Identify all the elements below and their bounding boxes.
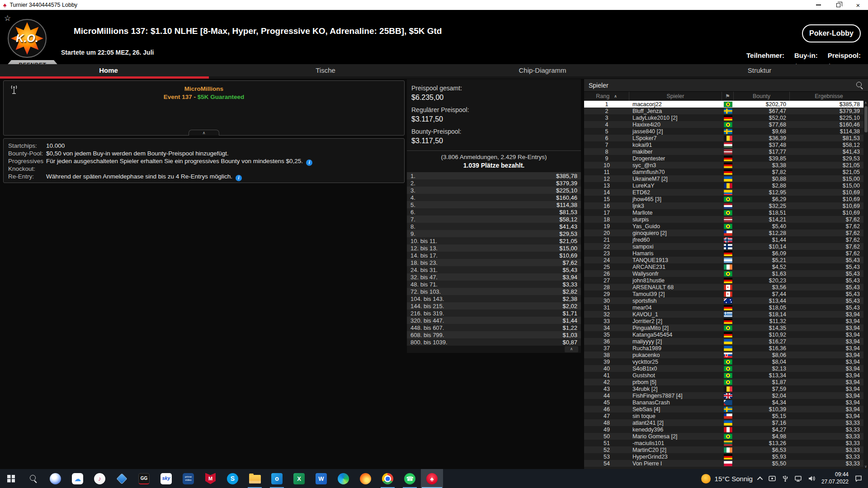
player-row[interactable]: 32KAVOU_1$18,14$3,94 (584, 311, 863, 318)
player-row[interactable]: 4334rubk [2]$7,59$3,94 (584, 385, 863, 392)
player-row[interactable]: 25ARCANE231$4,52$5,43 (584, 263, 863, 270)
player-row[interactable]: 10syc_@n3$3,38$21,05 (584, 162, 863, 169)
player-row[interactable]: 35Katanga545454$10,92$3,94 (584, 331, 863, 338)
network-icon[interactable] (794, 475, 802, 482)
close-button[interactable]: × (848, 0, 868, 10)
column-header-rank[interactable]: Rang ∧ (584, 92, 629, 101)
column-header-flag[interactable]: ⚑ (722, 92, 734, 101)
search-icon[interactable] (856, 81, 863, 89)
player-row[interactable]: 54Von Pierre I$5,50$3,33 (584, 460, 863, 467)
taskbar-chrome-icon[interactable] (377, 469, 399, 488)
taskbar-itunes-icon[interactable]: ♪ (89, 469, 111, 488)
player-row[interactable]: 20ginoquiero [2]$12,28$7,62 (584, 230, 863, 236)
teams-icon[interactable] (769, 475, 776, 482)
player-row[interactable]: 37Rucha1989$16,36$3,94 (584, 345, 863, 352)
scrollbar-thumb[interactable] (864, 106, 868, 132)
player-row[interactable]: 45BananasCrash$4,34$3,94 (584, 399, 863, 406)
player-row[interactable]: 13LureKaY$2,88$15,00 (584, 182, 863, 189)
taskbar-mcafee-icon[interactable]: M (199, 469, 222, 488)
taskbar-start-icon[interactable] (0, 469, 22, 488)
notification-center-icon[interactable] (854, 475, 863, 482)
payout-collapse-button[interactable]: ∧ (565, 346, 578, 352)
player-row[interactable]: 44FishFingers7887 [4]$2,04$3,94 (584, 392, 863, 399)
player-row[interactable]: 42prbom [5]$1,87$3,94 (584, 379, 863, 385)
player-row[interactable]: 18slurpis$14,21$7,62 (584, 216, 863, 223)
column-header-bounty[interactable]: Bounty (734, 92, 790, 101)
favorite-star-icon[interactable]: ☆ (4, 14, 11, 23)
tab-home[interactable]: Home (0, 64, 217, 76)
player-row[interactable]: 49keneddy396$4,27$3,33 (584, 426, 863, 433)
taskbar-firefox-icon[interactable] (354, 469, 377, 488)
player-row[interactable]: 23Hamaris$6,09$7,62 (584, 250, 863, 257)
player-row[interactable]: 17Marllote$18,51$10,69 (584, 209, 863, 216)
usb-icon[interactable] (782, 475, 788, 482)
taskbar-edge-icon[interactable] (332, 469, 354, 488)
taskbar-whatsapp-icon[interactable]: ☎ (399, 469, 421, 488)
taskbar-outlook-icon[interactable]: o (266, 469, 288, 488)
tab-struktur[interactable]: Struktur (651, 64, 868, 76)
taskbar-signal-icon[interactable] (44, 469, 66, 488)
taskbar-search-icon[interactable] (22, 469, 44, 488)
player-row[interactable]: 48atlant241 [2]$7,16$3,33 (584, 419, 863, 426)
taskbar-ggpoker-icon[interactable]: GG (133, 469, 155, 488)
player-row[interactable]: 8makiber$17,77$41,43 (584, 148, 863, 155)
player-row[interactable]: 14ETD62$12,95$10,69 (584, 189, 863, 196)
player-row[interactable]: 28ARSENAULT 68$3,56$5,43 (584, 284, 863, 291)
player-row[interactable]: 6LSpoker7$36,39$81,53 (584, 135, 863, 141)
player-row[interactable]: 22sampoxi$10,14$7,62 (584, 243, 863, 250)
player-row[interactable]: 29Tamoul39 [2]$7,44$5,43 (584, 291, 863, 297)
tab-chip-diagramm[interactable]: Chip-Diagramm (434, 64, 651, 76)
player-row[interactable]: 15jhow465 [3]$6,29$10,69 (584, 196, 863, 202)
column-header-results[interactable]: Ergebnisse (790, 92, 868, 101)
player-row[interactable]: 30sportsfish$13,44$5,43 (584, 297, 863, 304)
player-row[interactable]: 46SebSas [4]$10,39$3,94 (584, 406, 863, 413)
scroll-up-icon[interactable]: ∧ (863, 101, 868, 105)
player-row[interactable]: 34PinguaMito [2]$14,35$3,94 (584, 324, 863, 331)
player-row[interactable]: 31mear04$18,05$5,43 (584, 304, 863, 311)
poker-lobby-button[interactable]: Poker-Lobby (802, 24, 861, 42)
scroll-down-icon[interactable]: ∨ (863, 465, 868, 469)
player-row[interactable]: 24TANQUE1913$5,21$5,43 (584, 257, 863, 263)
taskbar-prime-video-icon[interactable]: prime video (177, 469, 199, 488)
taskbar-icloud-icon[interactable]: ☁ (66, 469, 89, 488)
taskbar-word-icon[interactable]: W (310, 469, 332, 488)
taskbar-excel-icon[interactable]: X (288, 469, 310, 488)
player-row[interactable]: 53HyperGrind23$5,93$3,33 (584, 453, 863, 460)
player-row[interactable]: 40S4oB1tx0$2,13$3,94 (584, 365, 863, 372)
player-row[interactable]: 5jasse840 [2]$9,68$114,38 (584, 128, 863, 135)
player-row[interactable]: 50Mario Gomesa [2]$4,98$3,33 (584, 433, 863, 440)
player-row[interactable]: 3LadyLuke2010 [2]$52,02$225,10 (584, 114, 863, 121)
players-scrollbar[interactable]: ∧ ∨ (863, 101, 868, 469)
column-header-player[interactable]: Spieler (629, 92, 722, 101)
minimize-button[interactable] (808, 0, 828, 10)
weather-widget[interactable]: 15°C Sonnig (701, 474, 753, 483)
player-row[interactable]: 4Haxixe4i20$77,68$160,46 (584, 121, 863, 128)
player-row[interactable]: 9Drogentester$39,85$29,53 (584, 155, 863, 162)
player-row[interactable]: 11damnflush70$7,82$21,05 (584, 169, 863, 175)
taskbar-clock[interactable]: 09:44 27.07.2022 (821, 471, 849, 485)
player-row[interactable]: 47sin toque$5,15$3,94 (584, 413, 863, 419)
volume-icon[interactable] (808, 475, 816, 482)
taskbar-cards-icon[interactable] (111, 469, 133, 488)
player-row[interactable]: 36maliyyyy [2]$16,27$3,94 (584, 338, 863, 345)
player-row[interactable]: 19Yas_Guido$5,40$7,62 (584, 223, 863, 230)
player-row[interactable]: 39vyckttor25$8,04$3,94 (584, 358, 863, 365)
info-icon[interactable]: i (236, 175, 242, 181)
taskbar-file-explorer-icon[interactable] (244, 469, 266, 488)
tab-tische[interactable]: Tische (217, 64, 434, 76)
player-row[interactable]: 41Gustshot$13,34$3,94 (584, 372, 863, 379)
taskbar-skype-icon[interactable]: S (222, 469, 244, 488)
player-row[interactable]: 1macacorj22$202,70$385,78 (584, 101, 863, 108)
player-row[interactable]: 16ljnk3$32,25$10,69 (584, 202, 863, 209)
player-row[interactable]: 52MartinC20 [2]$6,53$3,33 (584, 446, 863, 453)
player-row[interactable]: 27john81hustle$20,23$5,43 (584, 277, 863, 284)
restore-button[interactable] (828, 0, 848, 10)
player-row[interactable]: 7kokai91$37,48$58,12 (584, 141, 863, 148)
tray-chevron-up-icon[interactable] (757, 476, 763, 482)
player-row[interactable]: 2Bluff_Jenza$67,47$379,39 (584, 108, 863, 114)
player-row[interactable]: 38pukacenko$8,06$3,94 (584, 352, 863, 358)
player-row[interactable]: 51-maciulis101$13,26$3,33 (584, 440, 863, 446)
taskbar-pokerstars-icon[interactable]: ♠ (421, 469, 443, 488)
player-row[interactable]: 21jfred60$1,44$7,62 (584, 236, 863, 243)
announcement-collapse-button[interactable]: ∧ (189, 130, 219, 136)
